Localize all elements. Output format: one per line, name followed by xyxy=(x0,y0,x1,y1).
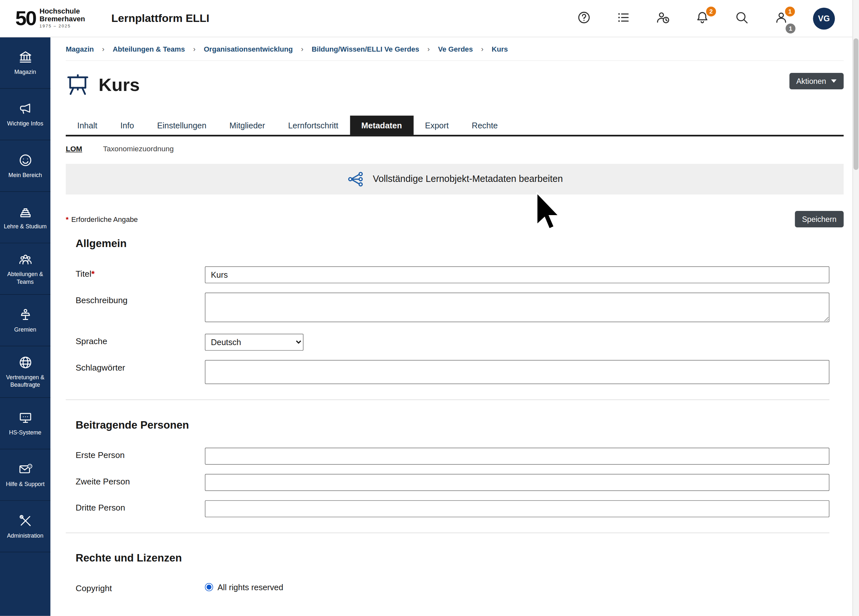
sidebar-item-lehre-studium[interactable]: Lehre & Studium xyxy=(0,192,50,244)
breadcrumb: Magazin › Abteilungen & Teams › Organisa… xyxy=(66,38,844,61)
speichern-button[interactable]: Speichern xyxy=(795,211,843,227)
section-heading-allgemein: Allgemein xyxy=(66,238,844,250)
schlagwoerter-input[interactable] xyxy=(205,360,829,384)
dritte-person-input[interactable] xyxy=(205,500,829,517)
bullet-list-icon xyxy=(616,10,630,26)
tab-rechte[interactable]: Rechte xyxy=(460,116,509,134)
breadcrumb-link-abteilungen[interactable]: Abteilungen & Teams xyxy=(112,44,185,53)
sprache-select[interactable]: Deutsch xyxy=(205,334,303,351)
search-button[interactable] xyxy=(734,11,750,26)
form-row-titel: Titel* xyxy=(66,266,844,283)
page-title: Kurs xyxy=(99,75,140,95)
breadcrumb-link-organisationsentwicklung[interactable]: Organisationsentwicklung xyxy=(204,44,293,53)
section-divider xyxy=(66,533,829,533)
tab-mitglieder[interactable]: Mitglieder xyxy=(218,116,276,134)
chevron-down-icon xyxy=(831,79,836,83)
sidebar-item-hilfe-support[interactable]: ? Hilfe & Support xyxy=(0,449,50,501)
sidebar-item-wichtige-infos[interactable]: Wichtige Infos xyxy=(0,89,50,140)
zweite-person-label: Zweite Person xyxy=(75,474,205,487)
titel-input[interactable] xyxy=(205,266,829,283)
notifications-button[interactable]: 2 xyxy=(695,11,710,26)
globe-icon xyxy=(18,355,33,370)
logo-line2: Bremerhaven xyxy=(40,16,85,23)
logo-50: 50 xyxy=(16,8,36,28)
subtab-taxonomiezuordnung[interactable]: Taxonomiezuordnung xyxy=(103,145,173,153)
sidebar-item-magazin[interactable]: Magazin xyxy=(0,38,50,89)
sidebar-item-gremien[interactable]: Gremien xyxy=(0,295,50,346)
breadcrumb-link-bildung-wissen[interactable]: Bildung/Wissen/ELLI Ve Gerdes xyxy=(311,44,419,53)
course-easel-icon xyxy=(66,73,90,97)
tab-bar: Inhalt Info Einstellungen Mitglieder Ler… xyxy=(66,116,844,136)
vertical-scrollbar[interactable] xyxy=(853,0,859,616)
sprache-label: Sprache xyxy=(75,334,205,346)
topbar: 50 Hochschule Bremerhaven 1975 – 2025 Le… xyxy=(0,0,859,38)
form-row-sprache: Sprache Deutsch xyxy=(66,334,844,351)
breadcrumb-separator: › xyxy=(301,44,303,53)
section-heading-beitragende: Beitragende Personen xyxy=(66,419,844,431)
copyright-label: Copyright xyxy=(75,581,205,593)
search-icon xyxy=(734,10,749,26)
sidebar-item-abteilungen-teams[interactable]: Abteilungen & Teams xyxy=(0,243,50,295)
breadcrumb-separator: › xyxy=(102,44,105,53)
schlagwoerter-label: Schlagwörter xyxy=(75,360,205,372)
beschreibung-label: Beschreibung xyxy=(75,292,205,305)
erste-person-input[interactable] xyxy=(205,448,829,465)
breadcrumb-link-ve-gerdes[interactable]: Ve Gerdes xyxy=(438,44,473,53)
lists-button[interactable] xyxy=(616,11,631,26)
subtab-bar: LOM Taxonomiezuordnung xyxy=(66,145,844,153)
tab-info[interactable]: Info xyxy=(109,116,146,134)
tab-export[interactable]: Export xyxy=(413,116,460,134)
tab-inhalt[interactable]: Inhalt xyxy=(66,116,109,134)
edit-full-metadata-banner[interactable]: Vollständige Lernobjekt-Metadaten bearbe… xyxy=(66,164,844,194)
form-toolbar: * Erforderliche Angabe Speichern xyxy=(66,211,844,227)
user-avatar[interactable]: VG xyxy=(813,8,835,29)
user-clock-icon xyxy=(656,10,670,26)
zweite-person-input[interactable] xyxy=(205,474,829,491)
breadcrumb-link-kurs[interactable]: Kurs xyxy=(492,44,508,53)
form-row-beschreibung: Beschreibung xyxy=(66,292,844,324)
tab-lernfortschritt[interactable]: Lernfortschritt xyxy=(276,116,350,134)
form-row-schlagwoerter: Schlagwörter xyxy=(66,360,844,384)
copyright-radio-all-rights-reserved[interactable] xyxy=(205,583,213,591)
monitor-icon xyxy=(18,410,33,425)
copyright-option-label: All rights reserved xyxy=(217,582,283,592)
beschreibung-textarea[interactable] xyxy=(205,292,829,322)
required-note: * Erforderliche Angabe xyxy=(66,215,138,223)
form-row-copyright: Copyright All rights reserved xyxy=(66,581,844,593)
metadata-form: Allgemein Titel* Beschreibung Sprache xyxy=(66,238,844,593)
banner-label: Vollständige Lernobjekt-Metadaten bearbe… xyxy=(373,174,563,185)
form-row-zweite-person: Zweite Person xyxy=(66,474,844,491)
bank-icon xyxy=(18,50,33,64)
people-icon xyxy=(18,252,33,267)
contacts-button[interactable]: 1 1 xyxy=(773,11,789,26)
tab-einstellungen[interactable]: Einstellungen xyxy=(145,116,218,134)
sidebar-item-mein-bereich[interactable]: Mein Bereich xyxy=(0,140,50,192)
megaphone-icon xyxy=(18,101,33,116)
awareness-button[interactable] xyxy=(655,11,671,26)
sidebar-item-hs-systeme[interactable]: HS-Systeme xyxy=(0,398,50,449)
main-sidebar: Magazin Wichtige Infos Mein Bereich Lehr… xyxy=(0,38,50,616)
sidebar-item-administration[interactable]: Administration xyxy=(0,501,50,552)
svg-text:?: ? xyxy=(29,464,31,468)
section-heading-rechte: Rechte und Lizenzen xyxy=(66,552,844,564)
breadcrumb-link-magazin[interactable]: Magazin xyxy=(66,44,94,53)
section-divider xyxy=(66,400,829,400)
main-content: Magazin › Abteilungen & Teams › Organisa… xyxy=(50,38,859,616)
dritte-person-label: Dritte Person xyxy=(75,500,205,513)
tab-metadaten[interactable]: Metadaten xyxy=(350,116,413,134)
contacts-badge: 1 xyxy=(785,6,795,16)
subtab-lom[interactable]: LOM xyxy=(66,145,82,153)
question-circle-icon xyxy=(577,10,591,26)
app-window: 50 Hochschule Bremerhaven 1975 – 2025 Le… xyxy=(0,0,859,616)
app-title: Lernplattform ELLI xyxy=(111,12,209,25)
aktionen-button[interactable]: Aktionen xyxy=(789,73,843,89)
lom-nodes-icon xyxy=(347,170,364,188)
erste-person-label: Erste Person xyxy=(75,448,205,460)
breadcrumb-separator: › xyxy=(481,44,483,53)
help-button[interactable] xyxy=(576,11,592,26)
scrollbar-thumb[interactable] xyxy=(854,38,858,170)
logo-line1: Hochschule xyxy=(40,8,85,16)
contacts-secondary-badge: 1 xyxy=(786,23,795,33)
form-row-erste-person: Erste Person xyxy=(66,448,844,465)
sidebar-item-vertretungen[interactable]: Vertretungen & Beauftragte xyxy=(0,346,50,398)
